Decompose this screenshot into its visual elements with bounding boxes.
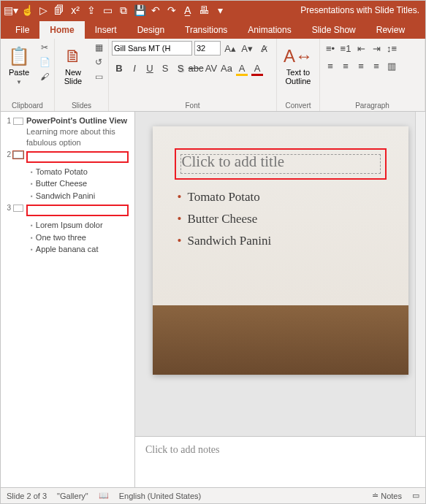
clipboard-group-label: Clipboard (4, 100, 51, 111)
copy-icon[interactable]: 📄 (38, 56, 51, 69)
text-shadow-button[interactable]: S (173, 61, 188, 75)
spellcheck-icon[interactable]: 📖 (99, 491, 109, 500)
character-spacing-icon[interactable]: AV (204, 61, 218, 75)
outline-bullet[interactable]: Tomato Potato (31, 166, 132, 178)
tab-transitions[interactable]: Transitions (175, 21, 237, 39)
numbering-icon[interactable]: ≡1 (338, 41, 353, 56)
bold-button[interactable]: B (112, 61, 126, 75)
tab-home[interactable]: Home (39, 21, 84, 39)
text-to-outline-button[interactable]: A↔ Text to Outline (280, 41, 316, 91)
convert-group-label: Convert (280, 100, 316, 111)
quick-access-toolbar: ▤▾ ☝ ▷ 🗐 x² ⇪ ▭ ⧉ 💾 ↶ ↷ A̲ 🖶 ▾ (4, 3, 227, 18)
slide-number: 3 (4, 204, 11, 212)
font-color-icon[interactable]: A (250, 61, 265, 75)
slide-thumb-icon[interactable] (13, 205, 23, 212)
content-placeholder[interactable]: Tomato Potato Butter Cheese Sandwich Pan… (175, 190, 387, 248)
slide-indicator[interactable]: Slide 2 of 3 (7, 492, 47, 500)
outline-bullet[interactable]: Lorem Ipsum dolor (31, 219, 132, 232)
layout-icon[interactable]: ▦ (92, 41, 105, 54)
page-setup-icon[interactable]: ▭ (100, 3, 115, 18)
outline-slide-3[interactable]: 3 Lorem Ipsum dolor One two three Apple … (4, 203, 132, 256)
align-right-icon[interactable]: ≡ (354, 58, 368, 73)
notes-icon: ≐ (372, 491, 379, 500)
text-highlight-icon[interactable]: A (235, 61, 249, 75)
slide-bullet[interactable]: Sandwich Panini (178, 234, 387, 248)
notes-toggle-button[interactable]: ≐ Notes (372, 491, 402, 500)
redo-icon[interactable]: ↷ (164, 3, 179, 18)
empty-title-highlight[interactable] (26, 151, 129, 163)
save-icon[interactable]: 💾 (132, 3, 147, 18)
cut-icon[interactable]: ✂ (38, 41, 51, 54)
new-slide-button[interactable]: 🗎 New Slide (58, 41, 88, 91)
bullets-icon[interactable]: ≡• (323, 41, 338, 56)
increase-indent-icon[interactable]: ⇥ (369, 41, 384, 56)
layout-name[interactable]: "Gallery" (57, 492, 88, 500)
presentation-qat-icon[interactable]: ▤▾ (4, 3, 18, 18)
new-slide-label: New Slide (64, 68, 82, 85)
notes-pane[interactable]: Click to add notes (135, 436, 425, 487)
tab-design[interactable]: Design (127, 21, 175, 39)
slide-canvas-wrap[interactable]: Click to add title Tomato Potato Butter … (135, 112, 425, 436)
empty-title-highlight[interactable] (26, 205, 129, 216)
text-effects-icon[interactable]: A̲ (180, 3, 195, 18)
reset-icon[interactable]: ↺ (92, 56, 105, 69)
increase-font-icon[interactable]: A▴ (223, 41, 237, 56)
slide-bullet[interactable]: Butter Cheese (178, 212, 387, 226)
outline-pane[interactable]: 1 PowerPoint's Outline View Learning mor… (1, 112, 135, 487)
touch-mode-icon[interactable]: ☝ (20, 3, 34, 18)
justify-icon[interactable]: ≡ (369, 58, 384, 73)
paste-icon: 📋 (8, 46, 30, 66)
outline-slide-1[interactable]: 1 PowerPoint's Outline View Learning mor… (4, 116, 132, 148)
notes-placeholder-text[interactable]: Click to add notes (145, 444, 220, 455)
outline-subtitle[interactable]: Learning more about this fabulous option (26, 126, 132, 148)
italic-button[interactable]: I (127, 61, 142, 75)
title-placeholder[interactable]: Click to add title (175, 148, 387, 180)
outline-bullet[interactable]: Butter Cheese (31, 177, 132, 190)
new-window-icon[interactable]: ⧉ (116, 3, 131, 18)
decrease-indent-icon[interactable]: ⇤ (354, 41, 368, 56)
underline-button[interactable]: U (142, 61, 157, 75)
outline-title[interactable]: PowerPoint's Outline View (26, 116, 132, 125)
file-qat-icon[interactable]: 🗐 (52, 3, 66, 18)
section-icon[interactable]: ▭ (92, 70, 105, 83)
tab-animations[interactable]: Animations (237, 21, 301, 39)
slide-thumb-icon[interactable] (13, 151, 23, 159)
decrease-font-icon[interactable]: A▾ (240, 41, 254, 56)
outline-slide-2[interactable]: 2 Tomato Potato Butter Cheese Sandwich P… (4, 150, 132, 202)
slide-canvas[interactable]: Click to add title Tomato Potato Butter … (153, 126, 408, 375)
outline-bullet[interactable]: One two three (31, 232, 132, 244)
comments-icon[interactable]: ▭ (412, 491, 419, 500)
new-slide-icon: 🗎 (64, 46, 82, 66)
outline-bullet[interactable]: Sandwich Panini (31, 190, 132, 202)
vertical-scrollbar[interactable] (415, 112, 425, 436)
align-left-icon[interactable]: ≡ (323, 58, 338, 73)
strikethrough-button[interactable]: S (158, 61, 172, 75)
font-size-select[interactable] (194, 41, 221, 56)
text-to-outline-icon: A↔ (284, 46, 313, 66)
tab-file[interactable]: File (5, 21, 39, 39)
tab-slideshow[interactable]: Slide Show (302, 21, 366, 39)
format-painter-icon[interactable]: 🖌 (38, 70, 51, 83)
font-group-label: Font (112, 100, 273, 111)
clear-formatting-icon[interactable]: A̷ (256, 41, 271, 56)
language-status[interactable]: English (United States) (119, 492, 202, 500)
columns-icon[interactable]: ▥ (384, 58, 399, 73)
undo-icon[interactable]: ↶ (148, 3, 163, 18)
tab-insert[interactable]: Insert (85, 21, 127, 39)
print-icon[interactable]: 🖶 (197, 3, 211, 18)
line-spacing-icon[interactable]: ↕≡ (384, 41, 399, 56)
slide-bullet[interactable]: Tomato Potato (178, 190, 387, 205)
strikethrough2-button[interactable]: abc (189, 61, 203, 75)
superscript-icon[interactable]: x² (68, 3, 83, 18)
align-center-icon[interactable]: ≡ (338, 58, 353, 73)
slide-thumb-icon[interactable] (13, 118, 23, 125)
qat-customize-icon[interactable]: ▾ (213, 3, 227, 18)
change-case-icon[interactable]: Aa (219, 61, 234, 75)
tab-review[interactable]: Review (366, 21, 415, 39)
font-name-select[interactable] (112, 41, 192, 56)
from-beginning-icon[interactable]: ▷ (36, 3, 50, 18)
title-placeholder-text[interactable]: Click to add title (182, 153, 379, 171)
paste-button[interactable]: 📋 Paste ▼ (4, 41, 34, 91)
outline-bullet[interactable]: Apple banana cat (31, 243, 132, 256)
export-icon[interactable]: ⇪ (84, 3, 99, 18)
